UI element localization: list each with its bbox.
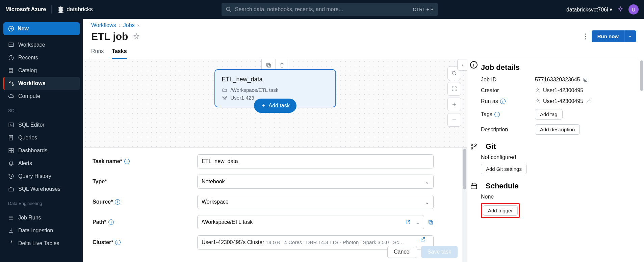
sidebar-item-workflows[interactable]: Workflows (3, 77, 80, 90)
sidebar-item-job-runs[interactable]: Job Runs (3, 211, 80, 224)
main-content: Workflows › Jobs › ETL job Run n (83, 19, 644, 262)
sidebar-item-delta-live-tables[interactable]: Delta Live Tables (3, 237, 80, 250)
avatar[interactable]: U (628, 4, 639, 15)
git-status: Not configured (481, 154, 637, 160)
catalog-icon (8, 68, 14, 74)
run-now-button[interactable]: Run now (592, 30, 624, 42)
workspace-icon (8, 42, 14, 48)
svg-rect-22 (224, 98, 225, 100)
source-select[interactable]: Workspace ⌄ (197, 195, 434, 209)
info-icon[interactable]: i (494, 112, 500, 117)
task-form: Task name* i Type* Notebook ⌄ S (83, 148, 467, 262)
search-shortcut: CTRL + P (413, 7, 434, 12)
chevron-down-icon: ⌄ (415, 219, 420, 226)
task-node-title: ETL_new_data (222, 76, 329, 83)
star-icon[interactable] (133, 33, 140, 40)
ingestion-icon (8, 228, 14, 234)
task-node[interactable]: ETL_new_data /Workspace/ETL task User1-4… (214, 69, 336, 107)
external-link-icon[interactable] (405, 219, 411, 225)
type-select[interactable]: Notebook ⌄ (197, 175, 434, 189)
info-icon[interactable]: i (115, 199, 120, 205)
sidebar-item-sql-warehouses[interactable]: SQL Warehouses (3, 183, 80, 195)
copy-icon[interactable] (583, 77, 588, 82)
add-tag-button[interactable]: Add tag (535, 109, 563, 120)
svg-point-0 (226, 7, 230, 11)
cluster-label: Cluster* i (93, 239, 197, 245)
info-icon[interactable]: i (115, 240, 121, 245)
details-scrollbar[interactable] (640, 60, 643, 91)
git-branch-icon (469, 143, 478, 150)
sidebar-item-sql-editor[interactable]: SQL Editor (3, 119, 80, 131)
copy-icon (428, 219, 434, 225)
svg-rect-23 (429, 220, 432, 223)
global-search[interactable]: CTRL + P (222, 3, 438, 16)
sidebar-item-dashboards[interactable]: Dashboards (3, 144, 80, 157)
chevron-right-icon: › (119, 22, 121, 28)
databricks-icon (57, 6, 65, 13)
svg-point-31 (471, 148, 473, 149)
top-bar: Microsoft Azure databricks CTRL + P data… (0, 0, 644, 19)
svg-rect-32 (471, 184, 477, 189)
kebab-menu[interactable] (583, 31, 588, 42)
search-input[interactable] (235, 6, 410, 12)
sidebar-item-data-ingestion[interactable]: Data Ingestion (3, 224, 80, 237)
tabs: Runs Tasks (91, 48, 636, 59)
canvas-zoom-in-button[interactable] (447, 98, 461, 111)
add-trigger-button[interactable]: Add trigger (483, 205, 518, 216)
task-name-label: Task name* i (93, 158, 197, 164)
details-title: Job details (481, 63, 637, 72)
cloud-icon (8, 93, 14, 99)
add-description-button[interactable]: Add description (535, 124, 580, 135)
task-name-input[interactable] (197, 154, 434, 168)
sidebar-item-queries[interactable]: Queries (3, 131, 80, 144)
minus-icon (451, 117, 457, 123)
history-icon (8, 173, 14, 179)
current-user-dropdown[interactable]: databricksvct706i ▾ (566, 6, 612, 13)
sidebar-item-compute[interactable]: Compute (3, 90, 80, 103)
run-now-dropdown[interactable] (624, 30, 636, 42)
person-icon (535, 88, 540, 93)
info-icon[interactable]: i (500, 99, 506, 104)
sparkle-icon[interactable] (617, 6, 624, 13)
breadcrumb-workflows[interactable]: Workflows (91, 22, 116, 28)
chevron-down-icon: ⌄ (425, 179, 429, 185)
path-select[interactable]: /Workspace/ETL task ⌄ (197, 215, 424, 229)
external-link-icon[interactable] (420, 237, 426, 242)
copy-path-button[interactable] (428, 219, 434, 225)
svg-rect-9 (9, 148, 11, 150)
canvas-zoom-out-button[interactable] (447, 113, 461, 127)
task-canvas[interactable]: ETL_new_data /Workspace/ETL task User1-4… (83, 59, 467, 148)
chevron-right-icon: › (137, 22, 139, 28)
tab-runs[interactable]: Runs (91, 48, 104, 59)
sidebar-item-alerts[interactable]: Alerts (3, 157, 80, 170)
svg-rect-24 (430, 221, 433, 224)
canvas-controls (447, 67, 461, 127)
info-icon[interactable]: i (124, 159, 130, 164)
info-icon[interactable]: i (108, 219, 114, 225)
sidebar-section-de: Data Engineering (3, 195, 80, 208)
clock-icon (8, 55, 14, 61)
description-label: Description (481, 127, 535, 133)
svg-line-1 (229, 10, 231, 12)
canvas-fit-button[interactable] (447, 82, 461, 96)
sidebar-item-workspace[interactable]: Workspace (3, 38, 80, 51)
form-scrollbar-thumb[interactable] (463, 149, 466, 189)
info-circle-icon[interactable]: i (470, 61, 478, 69)
git-section-title: Git (486, 142, 496, 151)
schedule-section-title: Schedule (486, 182, 519, 190)
sidebar-item-query-history[interactable]: Query History (3, 170, 80, 183)
collapse-details-tab[interactable] (457, 59, 467, 71)
sidebar-item-catalog[interactable]: Catalog (3, 64, 80, 77)
edit-icon[interactable] (586, 99, 591, 104)
add-task-button[interactable]: Add task (254, 99, 296, 113)
add-git-settings-button[interactable]: Add Git settings (481, 164, 527, 174)
breadcrumb-jobs[interactable]: Jobs (123, 22, 135, 28)
cancel-button[interactable]: Cancel (387, 246, 417, 258)
person-icon (535, 99, 540, 104)
sidebar-item-recents[interactable]: Recents (3, 51, 80, 64)
sidebar: New Workspace Recents Catalog Workflows … (0, 19, 83, 262)
new-button[interactable]: New (3, 22, 80, 35)
svg-rect-20 (223, 96, 224, 97)
tab-tasks[interactable]: Tasks (112, 48, 127, 59)
azure-logo: Microsoft Azure (5, 6, 46, 12)
